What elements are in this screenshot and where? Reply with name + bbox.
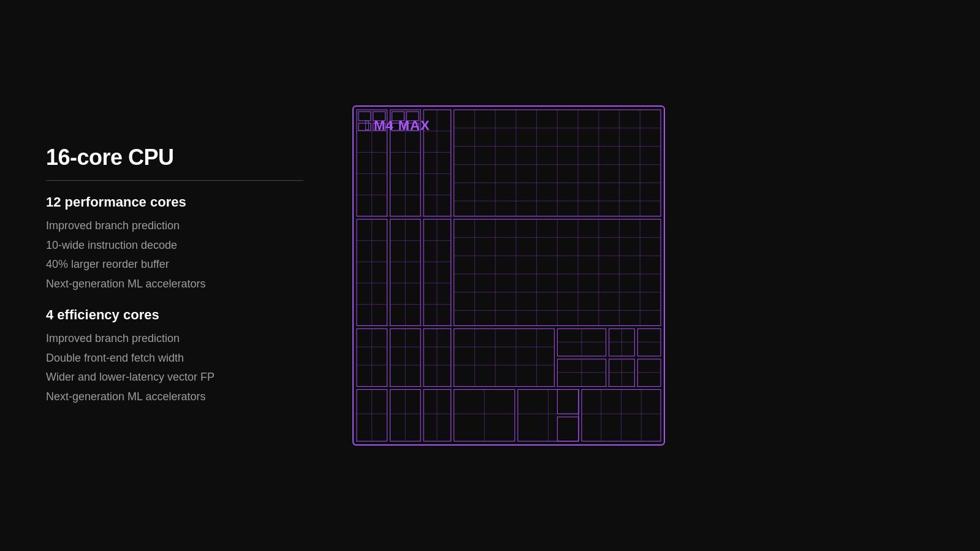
perf-feature-2: 10-wide instruction decode [46, 236, 303, 256]
svg-rect-99 [637, 359, 661, 387]
svg-rect-121 [557, 390, 579, 414]
cpu-title: 16-core CPU [46, 145, 303, 170]
chip-name: M4 MAX [374, 118, 430, 134]
svg-rect-122 [557, 417, 579, 441]
performance-heading: 12 performance cores [46, 194, 303, 210]
svg-rect-74 [424, 329, 451, 386]
chip-container:  M4 MAX .block { fill: none; stroke: #a… [352, 105, 665, 446]
divider [46, 180, 303, 181]
eff-feature-1: Improved branch prediction [46, 329, 303, 349]
info-panel: 16-core CPU 12 performance cores Improve… [46, 145, 303, 406]
svg-rect-78 [454, 329, 555, 386]
chip-label:  M4 MAX [365, 118, 430, 134]
chip-diagram:  M4 MAX .block { fill: none; stroke: #a… [352, 105, 665, 446]
eff-feature-4: Next-generation ML accelerators [46, 387, 303, 407]
apple-logo-icon:  [365, 118, 370, 134]
efficiency-heading: 4 efficiency cores [46, 307, 303, 323]
eff-feature-2: Double front-end fetch width [46, 349, 303, 368]
eff-feature-3: Wider and lower-latency vector FP [46, 368, 303, 387]
svg-rect-107 [424, 390, 451, 441]
main-layout: 16-core CPU 12 performance cores Improve… [46, 105, 980, 446]
svg-rect-97 [637, 329, 661, 356]
svg-rect-45 [424, 219, 451, 326]
perf-feature-4: Next-generation ML accelerators [46, 275, 303, 294]
chip-floorplan-svg: .block { fill: none; stroke: #a855f7; st… [354, 107, 664, 444]
perf-feature-3: 40% larger reorder buffer [46, 255, 303, 275]
perf-feature-1: Improved branch prediction [46, 216, 303, 236]
